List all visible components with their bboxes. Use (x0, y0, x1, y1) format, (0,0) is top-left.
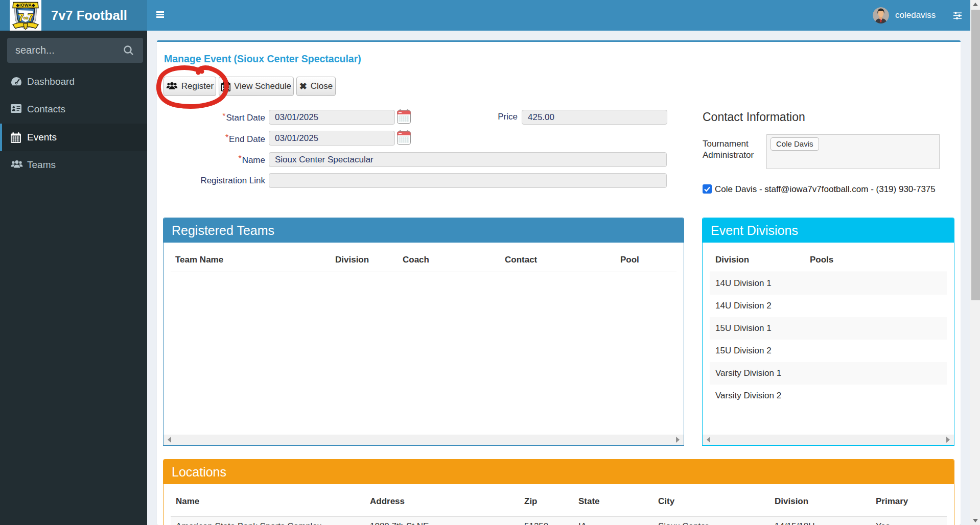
svg-text:◆IOWA◆: ◆IOWA◆ (15, 3, 35, 8)
svg-text:ON: ON (24, 16, 29, 20)
